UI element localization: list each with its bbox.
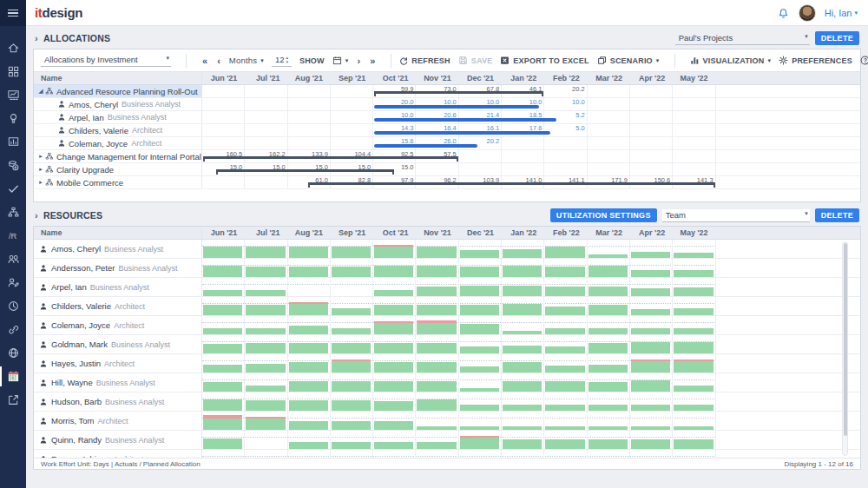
utilization-cell[interactable] bbox=[544, 259, 587, 277]
utilization-cell[interactable] bbox=[630, 354, 673, 373]
utilization-cell[interactable] bbox=[331, 373, 373, 392]
utilization-cell[interactable] bbox=[459, 278, 502, 296]
utilization-cell[interactable] bbox=[245, 450, 287, 458]
allocation-cell[interactable] bbox=[544, 137, 587, 149]
utilization-cell[interactable] bbox=[245, 335, 287, 353]
resource-row-name[interactable]: Childers, ValerieArchitect bbox=[34, 297, 202, 315]
utilization-cell[interactable] bbox=[331, 412, 373, 430]
visualization-button[interactable]: VISUALIZATION▾ bbox=[690, 56, 772, 65]
utilization-cell[interactable] bbox=[502, 412, 544, 430]
utilization-cell[interactable] bbox=[373, 431, 416, 449]
sidebar-item-tasks[interactable] bbox=[0, 177, 26, 201]
utilization-cell[interactable] bbox=[288, 335, 331, 353]
stepper-arrows-icon[interactable]: ▴▾ bbox=[286, 56, 288, 64]
utilization-cell[interactable] bbox=[630, 373, 673, 392]
sidebar-item-home[interactable] bbox=[0, 36, 26, 60]
utilization-cell[interactable] bbox=[288, 412, 331, 430]
utilization-cell[interactable] bbox=[331, 278, 373, 296]
utilization-cell[interactable] bbox=[373, 335, 416, 353]
utilization-cell[interactable] bbox=[416, 431, 458, 449]
utilization-cell[interactable] bbox=[459, 373, 502, 392]
utilization-cell[interactable] bbox=[459, 450, 502, 458]
utilization-cell[interactable] bbox=[373, 450, 416, 458]
utilization-cell[interactable] bbox=[588, 335, 630, 353]
utilization-cell[interactable] bbox=[588, 354, 630, 373]
resource-row-name[interactable]: Ramos, AdrianaArchitect bbox=[34, 450, 202, 458]
resource-row-name[interactable]: Amos, CherylBusiness Analyst bbox=[34, 240, 202, 258]
allocation-cell[interactable] bbox=[544, 150, 587, 162]
utilization-cell[interactable] bbox=[416, 240, 458, 258]
allocation-cell[interactable] bbox=[202, 124, 245, 136]
utilization-cell[interactable] bbox=[202, 316, 245, 334]
utilization-cell[interactable] bbox=[588, 412, 630, 430]
allocation-cell[interactable] bbox=[288, 124, 331, 136]
allocation-cell[interactable] bbox=[331, 111, 373, 123]
resource-row-name[interactable]: Hayes, JustinArchitect bbox=[34, 354, 202, 373]
utilization-cell[interactable] bbox=[202, 450, 245, 458]
utilization-cell[interactable] bbox=[288, 316, 331, 334]
utilization-cell[interactable] bbox=[588, 392, 630, 411]
utilization-cell[interactable] bbox=[588, 450, 630, 458]
sidebar-item-apps[interactable] bbox=[0, 60, 26, 83]
allocation-cell[interactable] bbox=[245, 85, 287, 97]
utilization-cell[interactable] bbox=[588, 259, 630, 277]
utilization-cell[interactable] bbox=[544, 412, 587, 430]
allocation-cell[interactable] bbox=[245, 98, 287, 110]
allocation-row-name[interactable]: ◢Advanced Resource Planning Roll-Out bbox=[34, 85, 202, 97]
utilization-cell[interactable] bbox=[544, 297, 587, 315]
utilization-cell[interactable] bbox=[202, 278, 245, 296]
sidebar-item-portfolio[interactable] bbox=[0, 201, 26, 224]
utilization-cell[interactable] bbox=[331, 259, 373, 277]
hamburger-menu-icon[interactable] bbox=[0, 0, 26, 26]
allocation-cell[interactable] bbox=[245, 176, 287, 188]
nav-prev-button[interactable]: ‹ bbox=[216, 56, 221, 66]
allocation-row-name[interactable]: ▸Clarity Upgrade bbox=[34, 163, 202, 175]
utilization-cell[interactable] bbox=[202, 392, 245, 411]
allocation-cell[interactable]: 10.0 bbox=[544, 98, 587, 110]
allocation-bar[interactable] bbox=[374, 118, 556, 122]
utilization-cell[interactable] bbox=[588, 297, 630, 315]
allocation-row-name[interactable]: Coleman, JoyceArchitect bbox=[34, 137, 202, 149]
allocation-cell[interactable] bbox=[202, 85, 245, 97]
allocation-row-name[interactable]: ▸Change Management for Internal Portal bbox=[34, 150, 202, 162]
export-to-excel-button[interactable]: EXPORT TO EXCEL bbox=[500, 56, 589, 65]
utilization-cell[interactable] bbox=[502, 450, 544, 458]
utilization-cell[interactable] bbox=[544, 240, 587, 258]
utilization-cell[interactable] bbox=[373, 278, 416, 296]
utilization-cell[interactable] bbox=[245, 392, 287, 411]
vertical-scrollbar[interactable] bbox=[842, 241, 848, 456]
utilization-cell[interactable] bbox=[288, 373, 331, 392]
utilization-cell[interactable] bbox=[673, 412, 715, 430]
allocation-cell[interactable] bbox=[673, 137, 715, 149]
nav-first-button[interactable]: « bbox=[201, 56, 208, 66]
allocation-cell[interactable] bbox=[416, 163, 458, 175]
utilization-cell[interactable] bbox=[588, 278, 630, 296]
utilization-cell[interactable] bbox=[373, 392, 416, 411]
utilization-cell[interactable] bbox=[245, 412, 287, 430]
utilization-cell[interactable] bbox=[416, 392, 458, 411]
expand-expanded-icon[interactable]: ◢ bbox=[37, 88, 44, 95]
utilization-cell[interactable] bbox=[502, 354, 544, 373]
name-column-header[interactable]: Name bbox=[34, 72, 202, 84]
utilization-cell[interactable] bbox=[288, 392, 331, 411]
sidebar-item-links[interactable] bbox=[0, 318, 26, 341]
allocation-cell[interactable] bbox=[630, 124, 673, 136]
allocation-cell[interactable] bbox=[288, 85, 331, 97]
utilization-cell[interactable] bbox=[245, 316, 287, 334]
allocation-bar[interactable] bbox=[374, 91, 543, 94]
utilization-cell[interactable] bbox=[459, 240, 502, 258]
allocation-cell[interactable] bbox=[630, 111, 673, 123]
allocation-cell[interactable] bbox=[459, 150, 502, 162]
expand-collapsed-icon[interactable]: ▸ bbox=[37, 179, 44, 186]
utilization-cell[interactable] bbox=[331, 335, 373, 353]
utilization-cell[interactable] bbox=[673, 392, 715, 411]
utilization-cell[interactable] bbox=[502, 259, 544, 277]
utilization-cell[interactable] bbox=[373, 373, 416, 392]
utilization-cell[interactable] bbox=[630, 392, 673, 411]
allocation-cell[interactable] bbox=[331, 137, 373, 149]
resource-row-name[interactable]: Hill, WayneBusiness Analyst bbox=[34, 373, 202, 392]
utilization-cell[interactable] bbox=[245, 431, 287, 449]
resource-row-name[interactable]: Quinn, RandyBusiness Analyst bbox=[34, 431, 202, 449]
sidebar-item-team[interactable] bbox=[0, 247, 26, 271]
nav-last-button[interactable]: » bbox=[369, 56, 376, 66]
